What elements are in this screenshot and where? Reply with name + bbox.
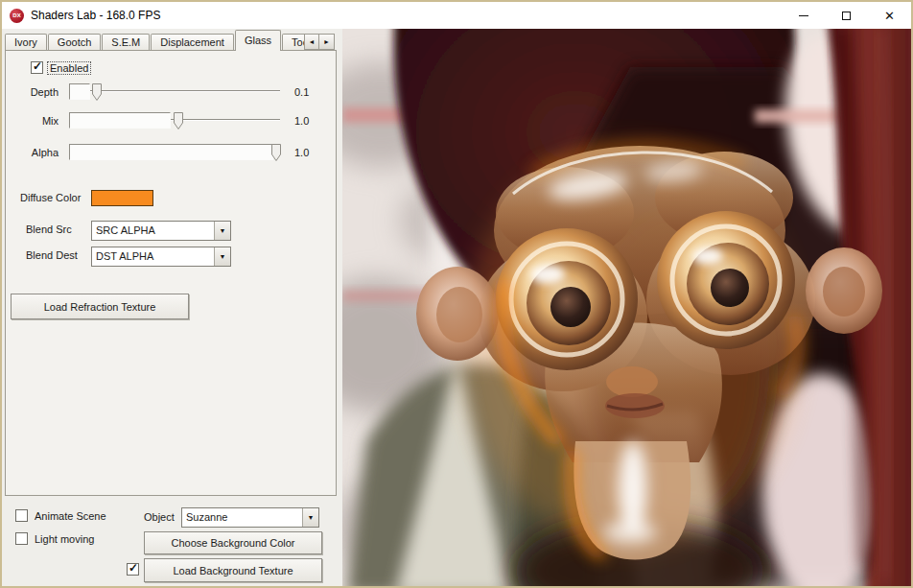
nose [606,366,658,397]
app-window: DX Shaders Lab - 168.0 FPS ✕ Ivory Gootc… [0,0,913,588]
object-value: Suzanne [182,508,302,527]
load-background-texture-button[interactable]: Load Background Texture [144,558,322,582]
diffuse-color-swatch[interactable] [91,190,153,206]
alpha-label: Alpha [14,147,59,158]
maximize-button[interactable] [825,2,868,29]
slider-fill [69,83,90,100]
shader-tab-bar: Ivory Gootch S.E.M Displacement Glass To… [5,31,325,51]
chevron-down-icon: ▼ [220,227,226,234]
mix-label: Mix [14,115,59,127]
tab-scroll-left-button[interactable]: ◄ [304,34,319,50]
blend-src-label: Blend Src [26,223,72,235]
depth-slider-row: Depth 0.1 [14,82,309,102]
blend-src-value: SRC ALPHA [92,222,214,240]
depth-value: 0.1 [294,86,309,98]
animate-scene-label: Animate Scene [33,510,108,522]
chevron-down-icon: ▼ [220,253,226,260]
viewport-render [342,29,911,586]
load-background-texture-label: Load Background Texture [173,565,293,576]
load-refraction-texture-label: Load Refraction Texture [44,301,156,313]
enabled-checkbox[interactable]: Enabled [31,61,90,74]
close-button[interactable]: ✕ [868,2,911,29]
tab-glass[interactable]: Glass [235,30,281,51]
minimize-icon [799,15,808,16]
animate-scene-checkbox[interactable]: Animate Scene [15,509,108,522]
shader-settings-panel: Ivory Gootch S.E.M Displacement Glass To… [2,29,342,586]
enabled-checkbox-box[interactable] [31,61,43,74]
light-moving-checkbox[interactable]: Light moving [15,532,96,545]
slider-fill [69,112,171,129]
choose-background-color-button[interactable]: Choose Background Color [144,531,322,554]
light-moving-label: Light moving [33,533,96,545]
minimize-button[interactable] [782,2,825,29]
tab-displacement[interactable]: Displacement [151,34,234,51]
load-background-checkbox-box[interactable] [127,563,139,576]
slider-thumb[interactable] [174,112,184,130]
render-viewport[interactable] [342,29,911,586]
maximize-icon [842,12,851,20]
app-icon: DX [10,9,24,23]
slider-thumb[interactable] [92,83,103,102]
tab-scroll-right-button[interactable]: ► [319,34,335,50]
object-dropdown-button[interactable]: ▼ [302,508,318,527]
close-icon: ✕ [884,9,895,23]
slider-fill [69,144,273,160]
right-eye [657,211,795,349]
choose-background-color-label: Choose Background Color [171,537,294,549]
diffuse-color-label: Diffuse Color [20,192,81,203]
mix-slider[interactable] [69,112,280,130]
alpha-value: 1.0 [294,147,309,158]
alpha-slider[interactable] [69,144,280,162]
enabled-checkbox-label: Enabled [48,62,90,74]
tab-gootch[interactable]: Gootch [48,34,101,51]
left-eye [496,228,638,370]
blend-dest-dropdown-button[interactable]: ▼ [214,247,230,266]
alpha-slider-row: Alpha 1.0 [14,143,309,162]
blend-dest-dropdown[interactable]: DST ALPHA ▼ [91,247,231,267]
mix-value: 1.0 [294,115,309,127]
arrow-left-icon: ◄ [309,38,316,45]
object-label: Object [144,511,175,523]
depth-label: Depth [14,86,59,98]
blend-src-dropdown[interactable]: SRC ALPHA ▼ [91,221,231,241]
blend-src-dropdown-button[interactable]: ▼ [214,222,230,240]
blend-dest-label: Blend Dest [26,249,78,261]
load-background-checkbox[interactable] [127,563,139,576]
light-moving-checkbox-box[interactable] [15,532,28,545]
mix-slider-row: Mix 1.0 [14,111,309,130]
window-title: Shaders Lab - 168.0 FPS [31,9,160,22]
tab-ivory[interactable]: Ivory [5,34,47,51]
arrow-right-icon: ► [323,38,330,45]
object-dropdown[interactable]: Suzanne ▼ [181,507,319,528]
glass-tab-page: Enabled Depth 0.1 Mix [5,50,337,496]
titlebar[interactable]: DX Shaders Lab - 168.0 FPS ✕ [2,2,911,29]
slider-thumb[interactable] [271,144,282,162]
depth-slider[interactable] [69,83,280,102]
load-refraction-texture-button[interactable]: Load Refraction Texture [11,294,189,319]
blend-dest-value: DST ALPHA [92,247,214,266]
chevron-down-icon: ▼ [308,514,315,521]
animate-scene-checkbox-box[interactable] [15,509,28,522]
tab-sem[interactable]: S.E.M [102,34,150,51]
